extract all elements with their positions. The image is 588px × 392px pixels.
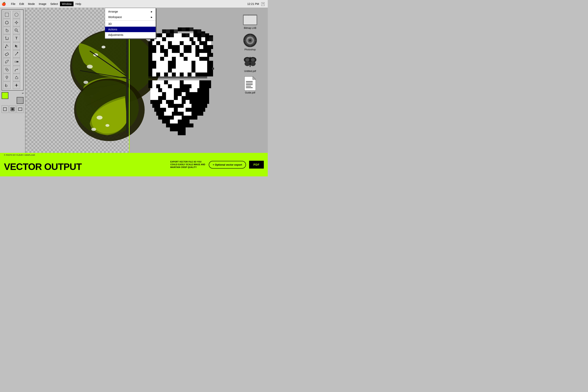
- svg-rect-133: [152, 53, 164, 57]
- tool-gradient[interactable]: [13, 58, 20, 66]
- svg-point-6: [16, 22, 17, 23]
- dropdown-workspace[interactable]: Workspace ▶: [105, 14, 156, 20]
- svg-point-276: [244, 61, 250, 66]
- foreground-color-swatch[interactable]: [2, 92, 8, 99]
- svg-rect-226: [174, 100, 182, 104]
- tool-eyedropper[interactable]: [3, 58, 10, 66]
- menu-edit[interactable]: Edit: [18, 2, 26, 6]
- menu-mode[interactable]: Mode: [26, 2, 37, 6]
- svg-rect-154: [148, 61, 156, 68]
- svg-rect-124: [160, 49, 168, 53]
- desktop-icon-photoshop[interactable]: Photoshop: [243, 33, 257, 51]
- svg-point-279: [246, 58, 249, 61]
- untitled-pdf-butterfly-icon: [243, 55, 257, 69]
- tool-eraser[interactable]: [3, 50, 10, 58]
- tool-magic-wand[interactable]: [13, 19, 20, 26]
- tool-type[interactable]: T: [13, 34, 20, 42]
- svg-rect-230: [201, 100, 209, 104]
- svg-rect-163: [196, 68, 207, 72]
- desktop-icon-guide-pdf[interactable]: Guide.pdf: [243, 76, 257, 94]
- svg-marker-14: [15, 55, 16, 56]
- tool-clone[interactable]: [3, 66, 10, 73]
- svg-rect-250: [174, 116, 182, 120]
- svg-rect-84: [194, 37, 197, 41]
- svg-rect-107: [156, 45, 160, 49]
- svg-rect-217: [166, 96, 174, 100]
- svg-rect-153: [196, 61, 207, 68]
- tool-burn[interactable]: [13, 74, 20, 81]
- svg-marker-25: [14, 84, 18, 87]
- svg-rect-204: [190, 88, 197, 92]
- svg-rect-248: [192, 112, 203, 116]
- tool-dodge[interactable]: [3, 74, 10, 81]
- svg-rect-220: [182, 96, 194, 100]
- svg-point-40: [91, 128, 96, 131]
- svg-rect-169: [164, 72, 168, 76]
- tool-measure[interactable]: [3, 82, 10, 89]
- tool-path[interactable]: [3, 42, 10, 50]
- svg-rect-68: [194, 33, 197, 37]
- svg-point-35: [84, 81, 88, 84]
- svg-rect-168: [160, 72, 164, 76]
- svg-rect-90: [152, 41, 156, 45]
- tool-pencil[interactable]: [13, 50, 20, 58]
- dropdown-actions[interactable]: Actions: [105, 27, 156, 32]
- svg-line-13: [15, 53, 18, 55]
- tool-crop[interactable]: [3, 34, 10, 42]
- svg-rect-142: [152, 57, 160, 61]
- svg-rect-167: [156, 72, 160, 76]
- background-color-swatch[interactable]: [17, 97, 24, 104]
- menu-select[interactable]: Select: [48, 2, 60, 6]
- svg-rect-179: [207, 72, 213, 76]
- svg-rect-201: [162, 88, 174, 92]
- svg-rect-150: [203, 57, 209, 61]
- vector-export-button[interactable]: + Optional vector export: [209, 161, 246, 168]
- svg-rect-232: [160, 104, 168, 108]
- dropdown-arrange[interactable]: Arrange ▶: [105, 9, 156, 14]
- svg-rect-101: [196, 41, 199, 45]
- tool-zoom[interactable]: [13, 27, 20, 34]
- svg-rect-166: [152, 72, 156, 76]
- menu-image[interactable]: Image: [37, 2, 48, 6]
- tool-pen[interactable]: [13, 82, 20, 89]
- desktop-icon-bitmap-lab[interactable]: Bitmap LAB: [243, 12, 257, 30]
- pdf-export-button[interactable]: PDF: [249, 161, 264, 168]
- svg-rect-286: [246, 86, 251, 86]
- menu-window[interactable]: Window: [60, 2, 74, 6]
- tool-fullscreen[interactable]: [9, 106, 16, 113]
- desktop-icon-untitled-pdf[interactable]: Untitled.pdf: [243, 55, 257, 72]
- dropdown-adjustments[interactable]: Adjustments: [105, 32, 156, 38]
- svg-rect-238: [154, 108, 166, 112]
- dropdown-3d[interactable]: 3D: [105, 21, 156, 27]
- svg-rect-115: [188, 45, 192, 49]
- tool-lasso[interactable]: [3, 19, 10, 26]
- tool-smudge[interactable]: [13, 66, 20, 73]
- svg-line-24: [6, 84, 6, 87]
- svg-rect-197: [199, 84, 203, 88]
- svg-rect-49: [174, 30, 178, 33]
- menu-help[interactable]: Help: [74, 2, 83, 6]
- svg-rect-82: [186, 37, 190, 41]
- svg-rect-165: [148, 72, 152, 76]
- svg-rect-175: [188, 72, 192, 76]
- svg-rect-219: [178, 96, 182, 100]
- svg-rect-135: [168, 53, 180, 57]
- tool-hand[interactable]: [3, 27, 10, 34]
- svg-rect-102: [199, 41, 203, 45]
- svg-rect-208: [162, 92, 166, 96]
- svg-point-280: [251, 58, 255, 61]
- tool-standard-mode[interactable]: [2, 106, 8, 113]
- tool-rectangular-marquee[interactable]: [3, 11, 10, 18]
- tool-fullscreen-2[interactable]: [17, 106, 24, 113]
- apple-logo[interactable]: 🍎: [2, 2, 6, 6]
- svg-rect-224: [162, 100, 166, 104]
- svg-rect-55: [197, 30, 201, 33]
- workspace-arrow-icon: ▶: [151, 16, 152, 18]
- menu-file[interactable]: File: [9, 2, 18, 6]
- guide-pdf-icon: [243, 76, 257, 90]
- svg-rect-212: [186, 92, 190, 96]
- guide-pdf-label: Guide.pdf: [245, 91, 255, 94]
- tool-direct-select[interactable]: [13, 42, 20, 50]
- svg-rect-187: [199, 80, 211, 84]
- tool-ellipse-marquee[interactable]: [13, 11, 20, 18]
